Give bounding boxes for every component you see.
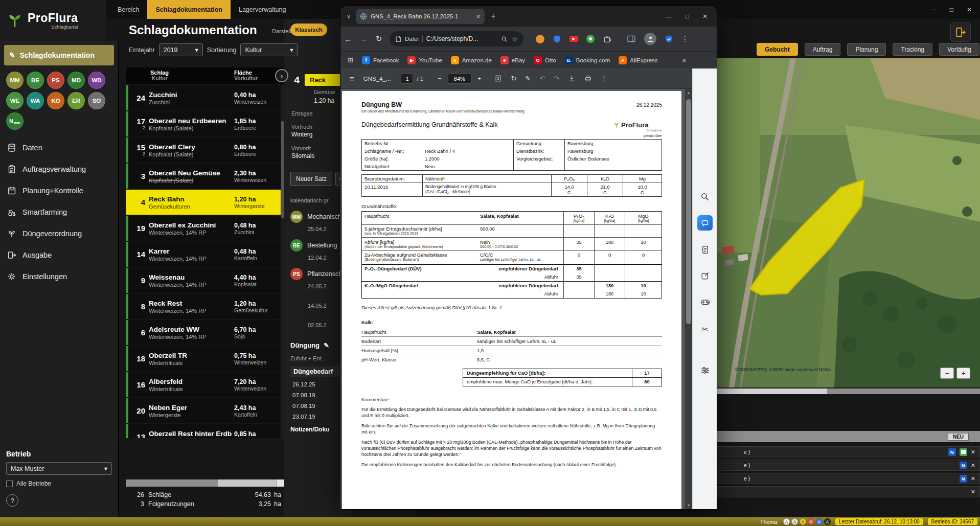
theme-dot[interactable]: A <box>808 518 814 525</box>
zoom-level[interactable]: 84% <box>448 74 471 84</box>
neu-button[interactable]: NEU <box>948 433 969 441</box>
bookmarks-overflow-icon[interactable]: » <box>682 56 686 64</box>
schlag-row[interactable]: 16 Albersfeld Wintertriticale 7,20 ha Wi… <box>126 372 284 397</box>
tab-search-button[interactable]: ∨ <box>347 13 351 20</box>
copilot-icon[interactable] <box>697 215 713 231</box>
list-scrollbar[interactable] <box>281 85 284 438</box>
measure-badge[interactable]: SO <box>88 92 105 109</box>
browser-close-button[interactable]: ✕ <box>702 13 708 20</box>
neuer-satz-button[interactable]: Neuer Satz <box>290 172 332 186</box>
satellite-map[interactable]: ©2025 NAVTEQ, ©2025 Image courtesy of NA… <box>717 58 980 387</box>
map-zoom-out-button[interactable]: − <box>940 368 954 379</box>
sidebar-item-einstellungen[interactable]: Einstellungen <box>0 266 118 287</box>
folgenutzung-row[interactable]: e ) N ✕ <box>717 446 980 458</box>
status-filter-button[interactable]: Vorläufig <box>939 43 979 56</box>
sidebar-item-duengeverordnung[interactable]: Düngeverordnung <box>0 223 118 244</box>
apps-grid-icon[interactable]: ⊞ <box>348 56 353 64</box>
browser-maximize-button[interactable]: □ <box>685 13 689 19</box>
redo-icon[interactable]: ↷ <box>554 75 559 82</box>
schlag-row[interactable]: 19 Oberzell ex Zucchini Winterweizen, 14… <box>126 216 284 241</box>
schlag-row[interactable]: 4 Reck Bahn Gemüsekulturen 1,20 ha Winte… <box>126 190 284 215</box>
rotate-icon[interactable]: ↻ <box>511 75 516 82</box>
measure-badge[interactable]: KO <box>47 92 64 109</box>
measure-badge[interactable]: ER <box>67 92 85 109</box>
row-close-button[interactable]: ✕ <box>971 449 975 455</box>
top-tab[interactable]: Bereich <box>109 0 147 19</box>
map-scrollbar[interactable] <box>717 388 980 394</box>
folgenutzung-row[interactable]: e ) N ✕ <box>717 460 980 471</box>
status-filter-button[interactable]: Planung <box>847 43 886 56</box>
schlag-row[interactable]: 3 Oberzell Neu Gemüse Kopfsalat (Salate)… <box>126 164 284 189</box>
klassisch-button[interactable]: Klassisch <box>290 24 327 36</box>
measure-badge[interactable]: Nmin <box>6 112 24 130</box>
draw-pen-icon[interactable]: ✎ <box>525 75 531 82</box>
logout-button[interactable] <box>950 22 971 42</box>
favorite-star-icon[interactable]: ☆ <box>512 35 518 43</box>
top-tab[interactable]: Schlagdokumentation <box>147 0 231 19</box>
measure-badge[interactable]: MD <box>67 72 85 89</box>
folgenutzung-row[interactable]: N ✕ <box>717 486 980 497</box>
top-tab[interactable]: Lagerverwaltung <box>231 0 294 19</box>
zoom-in-button[interactable]: + <box>477 75 482 82</box>
schlag-row[interactable]: 6 Adelsreute WW Winterweizen, 14% RP 6,7… <box>126 320 284 345</box>
adguard-shield-icon[interactable] <box>553 35 561 43</box>
url-text[interactable]: C:/Users/steph/D... <box>426 35 478 42</box>
print-icon[interactable] <box>584 75 592 82</box>
app-maximize-button[interactable]: □ <box>950 6 953 13</box>
measure-badge[interactable]: WD <box>88 72 105 89</box>
theme-dot[interactable]: A <box>816 518 823 525</box>
bookmark-item[interactable]: e eBay <box>500 56 525 64</box>
sidebar-document-icon[interactable] <box>697 242 713 257</box>
schlag-row[interactable]: 172 Oberzell neu Erdbeeren Kopfsalat (Sa… <box>126 111 284 136</box>
zoom-out-button[interactable]: − <box>438 75 442 82</box>
new-tab-button[interactable]: + <box>491 12 495 21</box>
sidebar-item-daten[interactable]: Daten <box>0 137 118 158</box>
page-number-input[interactable]: 1 <box>401 74 413 84</box>
betrieb-select[interactable]: Max Muster ▾ <box>6 462 112 475</box>
browser-minimize-button[interactable]: — <box>666 13 672 19</box>
expand-panel-button[interactable]: › <box>275 69 288 82</box>
extensions-puzzle-icon[interactable] <box>603 35 611 43</box>
tab-close-button[interactable]: ✕ <box>476 13 481 19</box>
row-close-button[interactable]: ✕ <box>971 489 975 495</box>
sidebar-search-icon[interactable] <box>697 189 713 204</box>
n-badge[interactable]: N <box>960 462 967 469</box>
row-close-button[interactable]: ✕ <box>971 462 975 469</box>
web-capture-scissors-icon[interactable]: ✂ <box>697 322 713 337</box>
bookmark-item[interactable]: A AliExpress <box>619 56 657 64</box>
bookmark-item[interactable]: O Otto <box>534 56 556 64</box>
n-badge[interactable]: N <box>948 448 956 456</box>
download-icon[interactable] <box>568 75 576 82</box>
schlag-row[interactable]: 24 Zucchini Zucchini 0,40 ha Winterweize… <box>126 85 284 110</box>
theme-dot[interactable]: A <box>824 518 831 525</box>
fit-page-icon[interactable] <box>494 75 502 82</box>
split-screen-icon[interactable] <box>627 34 636 43</box>
theme-dot[interactable]: A <box>791 518 798 525</box>
theme-dot[interactable]: A <box>800 518 806 525</box>
status-filter-button[interactable]: Tracking <box>893 43 932 56</box>
row-close-button[interactable]: ✕ <box>971 475 975 482</box>
list-horizontal-scrollbar[interactable] <box>126 479 284 487</box>
schlag-row[interactable]: 13 Oberzell Rest hinter Erdbeere Winterg… <box>126 424 284 438</box>
schlag-row[interactable]: 9 Weissenau Winterweizen, 14% RP 4,40 ha… <box>126 268 284 293</box>
bookmark-item[interactable]: ▶ YouTube <box>407 56 442 64</box>
sidebar-item-ausgabe[interactable]: Ausgabe <box>0 244 118 266</box>
schlag-row[interactable]: 8 Reck Rest Winterweizen, 14% RP 1,20 ha… <box>126 294 284 319</box>
pdf-scrollbar[interactable]: ▲ ▼ <box>685 89 692 509</box>
youtube-extension-icon[interactable]: ▶ <box>569 36 578 42</box>
measure-badge[interactable]: WA <box>27 92 44 109</box>
back-button[interactable]: ← <box>340 35 356 43</box>
customize-sliders-icon[interactable] <box>697 362 713 378</box>
extension-green-icon[interactable] <box>586 35 595 43</box>
theme-dot[interactable]: A <box>783 518 790 525</box>
extension-orange-icon[interactable] <box>536 35 544 43</box>
schlag-row[interactable]: 14 Karrer Winterweizen, 14% RP 0,48 ha K… <box>126 242 284 267</box>
app-close-button[interactable]: ✕ <box>967 6 972 13</box>
bookmark-item[interactable]: a Amazon.de <box>451 56 492 64</box>
measure-badge[interactable]: BE <box>27 72 44 89</box>
folgenutzung-row[interactable]: e ) N ✕ <box>717 473 980 484</box>
sidebar-item-auftragsverwaltung[interactable]: Auftragsverwaltung <box>0 158 118 180</box>
bookmark-item[interactable]: f Facebook <box>362 56 399 64</box>
search-zoom-icon[interactable] <box>501 36 508 42</box>
pdf-menu-icon[interactable]: ≡ <box>350 74 354 83</box>
